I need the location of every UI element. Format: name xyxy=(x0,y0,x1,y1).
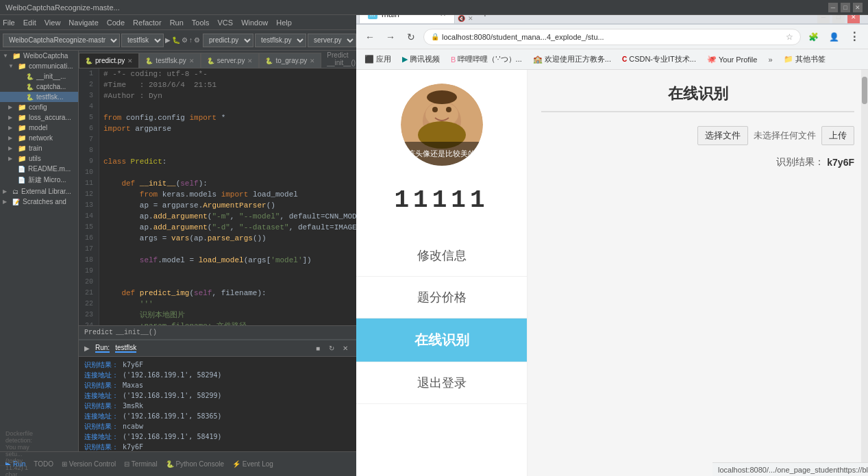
forward-button[interactable]: → xyxy=(382,29,399,45)
tree-item-new-micro[interactable]: 📄 新建 Micro... xyxy=(0,174,78,186)
menu-item-logout[interactable]: 退出登录 xyxy=(356,362,527,404)
server-dropdown[interactable]: server.py xyxy=(308,34,356,47)
menu-item-edit-info[interactable]: 修改信息 xyxy=(356,235,527,277)
python-icon: 🐍 xyxy=(26,94,34,101)
menu-edit[interactable]: Edit xyxy=(23,18,36,27)
profile-button[interactable]: 👤 xyxy=(826,29,842,45)
menu-tools[interactable]: Tools xyxy=(192,18,210,27)
run-stop-button[interactable]: ■ xyxy=(312,343,323,354)
tree-item-captcha[interactable]: 🐍 captcha... xyxy=(0,82,78,92)
scroll-thumb[interactable] xyxy=(862,77,867,104)
tab-close-x-button[interactable]: ✕ xyxy=(466,14,475,23)
ide-toolbar: WeiboCaptchaRecognize-mastr testflsk ▶ 🐛… xyxy=(0,30,356,51)
tree-item-init[interactable]: 🐍 __init__... xyxy=(0,71,78,82)
tree-label: config xyxy=(29,103,47,111)
close-button[interactable]: ✕ xyxy=(853,3,863,12)
testflsk-dropdown[interactable]: testflsk.py xyxy=(255,34,306,47)
code-line-20: 20 xyxy=(79,277,356,288)
function-indicator: Predict xyxy=(84,329,113,336)
menu-code[interactable]: Code xyxy=(107,18,125,27)
version-control-item[interactable]: ⊞ Version Control xyxy=(62,460,116,468)
menu-label-price: 题分价格 xyxy=(417,289,467,305)
menu-run[interactable]: Run xyxy=(170,18,184,27)
tab-mute-button[interactable]: 🔇 xyxy=(456,14,466,23)
tree-item-train[interactable]: ▶ 📁 train xyxy=(0,143,78,153)
bookmark-csdn[interactable]: C CSDN-专业IT技术... xyxy=(619,53,699,66)
no-file-text: 未选择任何文件 xyxy=(754,129,816,142)
tree-item-config[interactable]: ▶ 📁 config xyxy=(0,102,78,112)
tab-close-togray[interactable]: ✕ xyxy=(310,58,315,64)
bookmark-star-icon[interactable]: ☆ xyxy=(786,32,793,42)
python-icon: 🐍 xyxy=(207,58,214,64)
bookmark-apps[interactable]: ⬛ 应用 xyxy=(362,53,394,66)
todo-status-item[interactable]: TODO xyxy=(34,460,53,468)
menu-dots-button[interactable]: ⋮ xyxy=(846,29,863,45)
bookmark-github-profile[interactable]: 🐙 Your Profile xyxy=(704,53,760,65)
terminal-item[interactable]: ⊟ Terminal xyxy=(124,460,157,468)
menu-help[interactable]: Help xyxy=(276,18,292,27)
run-line-5: 识别结果： 3msRk xyxy=(84,401,351,411)
project-dropdown[interactable]: WeiboCaptchaRecognize-mastr xyxy=(3,34,120,47)
tree-item-weibocaptcha[interactable]: ▼ 📁 WeiboCaptcha xyxy=(0,51,78,61)
run-config-tab[interactable]: testflsk xyxy=(115,344,136,353)
bookmarks-more-button[interactable]: » xyxy=(765,54,775,65)
tree-item-readme[interactable]: 📄 README.m... xyxy=(0,164,78,174)
event-log-item[interactable]: ⚡ Event Log xyxy=(232,460,273,468)
run-line-8: 连接地址： ('192.168.199.1', 58419) xyxy=(84,431,351,442)
maximize-button[interactable]: □ xyxy=(841,3,850,12)
tab-close-server[interactable]: ✕ xyxy=(247,58,253,64)
run-restart-button[interactable]: ↻ xyxy=(326,343,337,354)
editor-tab-predict[interactable]: 🐍 predict.py ✕ xyxy=(79,53,139,68)
tree-item-communication[interactable]: ▼ 📁 communicati... xyxy=(0,61,78,71)
menu-navigate[interactable]: Navigate xyxy=(69,18,98,27)
tree-item-utils[interactable]: ▶ 📁 utils xyxy=(0,153,78,164)
menu-view[interactable]: View xyxy=(45,18,61,27)
tree-item-scratches[interactable]: ▶ 📝 Scratches and xyxy=(0,197,78,207)
menu-item-online-recognize[interactable]: 在线识别 xyxy=(356,318,527,362)
address-bar[interactable]: 🔒 localhost:8080/student_mana...4_explod… xyxy=(423,29,801,45)
upload-button[interactable]: 上传 xyxy=(821,126,854,145)
tab-close-testflsk[interactable]: ✕ xyxy=(189,58,195,64)
editor-tab-server[interactable]: 🐍 server.py ✕ xyxy=(201,53,260,68)
bookmark-tencent-video[interactable]: ▶ 腾讯视频 xyxy=(399,53,443,66)
menu-item-price[interactable]: 题分价格 xyxy=(356,277,527,318)
minimize-button[interactable]: ─ xyxy=(828,3,838,12)
editor-tab-togray[interactable]: 🐍 to_gray.py ✕ xyxy=(259,53,321,68)
tree-label: 新建 Micro... xyxy=(28,175,66,185)
file-dropdown[interactable]: predict.py xyxy=(203,34,253,47)
git-button[interactable]: ↑ xyxy=(189,34,193,47)
run-button[interactable]: ▶ xyxy=(165,34,171,47)
python-console-item[interactable]: 🐍 Python Console xyxy=(166,460,224,468)
menu-window[interactable]: Window xyxy=(241,18,268,27)
settings-button[interactable]: ⚙ xyxy=(194,34,200,47)
editor-tab-testflsk[interactable]: 🐍 testflsk.py ✕ xyxy=(139,53,200,68)
github-icon: 🐙 xyxy=(707,55,717,64)
tree-item-network[interactable]: ▶ 📁 network xyxy=(0,133,78,143)
back-button[interactable]: ← xyxy=(362,29,378,45)
result-section: 识别结果： k7y6F xyxy=(541,156,854,168)
code-editor[interactable]: 1 # -*- coding: utf-8 -*- 2 #Time : 2018… xyxy=(79,68,356,339)
tab-close-predict[interactable]: ✕ xyxy=(127,58,133,64)
svg-point-7 xyxy=(427,90,457,104)
tree-item-testflsk[interactable]: 🐍 testflsk... xyxy=(0,92,78,102)
run-close-button[interactable]: ✕ xyxy=(340,343,351,354)
extensions-button[interactable]: 🧩 xyxy=(805,29,821,45)
folder-icon: 📁 xyxy=(18,124,26,131)
bookmark-other[interactable]: 📁 其他书签 xyxy=(781,53,828,66)
right-panel-scrollbar[interactable] xyxy=(861,70,868,476)
expand-arrow: ▼ xyxy=(3,53,10,59)
debug-button[interactable]: 🐛 xyxy=(172,34,180,47)
tree-item-loss[interactable]: ▶ 📁 loss_accura... xyxy=(0,112,78,123)
choose-file-button[interactable]: 选择文件 xyxy=(697,126,748,145)
build-button[interactable]: ⚙ xyxy=(182,34,188,47)
bookmark-education[interactable]: 🏫 欢迎使用正方教务... xyxy=(530,53,614,66)
menu-refactor[interactable]: Refactor xyxy=(133,18,162,27)
tree-item-external-libs[interactable]: ▶ 🗂 External Librar... xyxy=(0,186,78,197)
menu-vcs[interactable]: VCS xyxy=(218,18,234,27)
reload-button[interactable]: ↻ xyxy=(403,29,419,45)
menu-file[interactable]: File xyxy=(3,18,15,27)
config-dropdown[interactable]: testflsk xyxy=(121,34,164,47)
bookmark-bilibili[interactable]: B 哔哩哔哩（'·'つ）... xyxy=(448,53,525,66)
run-tab[interactable]: Run: xyxy=(95,344,110,353)
tree-item-model[interactable]: ▶ 📁 model xyxy=(0,123,78,133)
